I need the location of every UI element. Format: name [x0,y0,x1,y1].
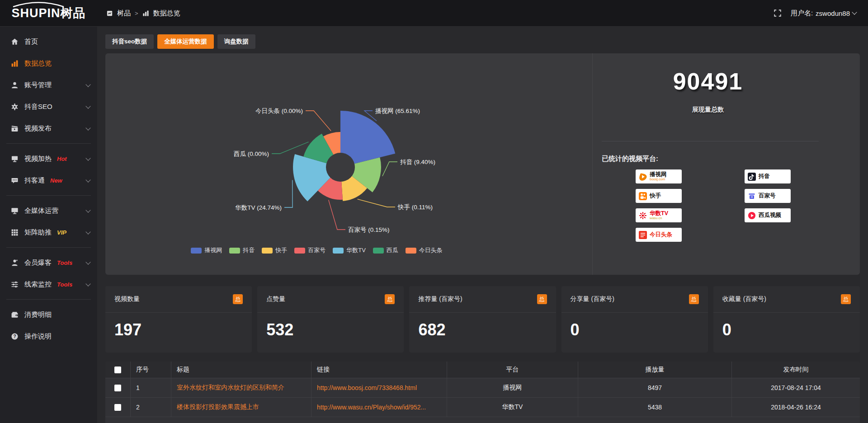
sidebar-item-label: 抖客通 [24,176,45,185]
platform-badge-播视网: 播视网boosj.com [636,169,682,183]
sidebar-item-视频发布[interactable]: 视频发布 [0,118,97,139]
cell-link: http://www.wasu.cn/Play/show/id/952... [311,398,447,417]
sidebar-item-label: 操作说明 [24,332,52,341]
legend-item-播视网[interactable]: 播视网 [191,246,222,254]
sidebar-item-会员爆客[interactable]: 会员爆客Tools [0,252,97,273]
cell-link: http://www.boosj.com/7338468.html [311,378,447,397]
pie-label-西瓜: 西瓜 (0.00%) [234,150,269,157]
legend-swatch [406,248,416,254]
legend-label: 西瓜 [387,246,398,254]
cell-plays: 5438 [578,398,732,417]
platform-name: 今日头条 [650,232,672,238]
breadcrumb-root-icon [106,10,113,17]
legend-item-百家号[interactable]: 百家号 [294,246,326,254]
overview-panel: 播视网 (65.61%)抖音 (9.40%)快手 (0.11%)百家号 (0.1… [105,53,860,275]
legend-swatch [294,248,305,254]
total-badge: 总 [689,294,699,304]
stat-card-label: 分享量 (百家号) [571,295,614,303]
legend-item-华数TV[interactable]: 华数TV [333,246,366,254]
sidebar-item-badge: Tools [57,259,72,266]
grid-icon [11,229,19,236]
cell-title: 楼体投影灯投影效果震撼上市 [171,398,311,417]
sidebar-item-抖音SEO[interactable]: 抖音SEO [0,96,97,118]
legend-swatch [191,248,202,254]
sidebar-item-数据总览[interactable]: 数据总览 [0,52,97,74]
pie-label-抖音: 抖音 (9.40%) [400,159,435,165]
platform-column-left: 播视网boosj.com快手华数TVwasu.cn今日头条 [636,169,682,242]
stat-card-header: 分享量 (百家号)总 [561,286,708,313]
total-impressions-label: 展现量总数 [593,106,823,114]
table-header-平台: 平台 [447,362,578,378]
stat-card-value: 532 [257,313,404,339]
sidebar-item-label: 视频加热 [24,155,52,163]
platform-name: 华数TV [650,211,668,216]
chevron-down-icon [85,177,90,182]
sidebar-item-badge: Tools [57,281,72,288]
wallet-icon [11,311,19,319]
legend-item-西瓜[interactable]: 西瓜 [373,246,398,254]
fullscreen-icon[interactable] [774,9,782,17]
sidebar-item-全媒体运营[interactable]: 全媒体运营 [0,200,97,221]
sidebar-item-消费明细[interactable]: 消费明细 [0,304,97,325]
tab-抖音seo数据[interactable]: 抖音seo数据 [105,34,154,49]
sidebar-item-label: 视频发布 [24,124,52,133]
row-checkbox[interactable] [114,404,121,411]
stat-card-视频数量: 视频数量总197 [105,286,252,352]
stat-card-header: 视频数量总 [105,286,252,313]
video-title-link[interactable]: 室外水纹灯和室内水纹灯的区别和简介 [177,384,284,392]
sidebar-item-视频加热[interactable]: 视频加热Hot [0,148,97,169]
breadcrumb-root[interactable]: 树品 [117,9,131,18]
cell-time: 2017-08-24 17:04 [732,378,860,397]
legend-label: 百家号 [308,246,326,254]
kuaishou-icon [639,192,647,200]
platform-badge-西瓜视频: 西瓜视频 [745,208,791,222]
sidebar-item-label: 数据总览 [24,59,52,68]
video-title-link[interactable]: 楼体投影灯投影效果震撼上市 [177,403,259,411]
row-checkbox-cell [105,398,131,417]
svg-text:?: ? [13,334,16,338]
sidebar-item-badge: New [50,177,62,184]
app-logo[interactable]: SHUPIN 树品 [0,0,97,26]
sliders-icon [11,281,19,288]
platform-name: 西瓜视频 [759,212,781,218]
home-icon [11,38,19,46]
sidebar-item-账号管理[interactable]: 账号管理 [0,74,97,96]
legend-label: 华数TV [346,246,366,254]
sidebar-item-操作说明[interactable]: ?操作说明 [0,325,97,347]
sidebar-item-label: 首页 [24,38,38,46]
username-label: 用户名: [791,9,813,18]
sidebar-item-badge: Hot [57,155,67,162]
sidebar-item-首页[interactable]: 首页 [0,31,97,52]
chevron-down-icon [85,82,90,87]
tab-全媒体运营数据[interactable]: 全媒体运营数据 [157,34,214,49]
sidebar-menu: 首页数据总览账号管理抖音SEO视频发布视频加热Hot抖客通New全媒体运营矩阵助… [0,31,97,347]
row-checkbox[interactable] [114,385,121,391]
sidebar-item-label: 线索监控 [24,280,52,289]
total-badge: 总 [233,294,243,304]
sidebar-item-矩阵助推[interactable]: 矩阵助推VIP [0,221,97,243]
video-url-link[interactable]: http://www.wasu.cn/Play/show/id/952... [317,404,426,411]
sidebar-item-抖客通[interactable]: 抖客通New [0,169,97,191]
chart-bar-icon [11,60,19,67]
legend-swatch [373,248,384,254]
legend-item-快手[interactable]: 快手 [262,246,287,254]
breadcrumb-current: 数据总览 [153,9,180,18]
select-all-checkbox[interactable] [114,367,121,373]
summary-panel: 90491 展现量总数 已统计的视频平台: 播视网boosj.com快手华数TV… [592,53,860,275]
table-header-checkbox [105,362,131,378]
platform-badge-今日头条: 今日头条 [636,228,682,242]
sidebar-item-label: 全媒体运营 [24,207,58,215]
pie-label-今日头条: 今日头条 (0.00%) [255,108,303,114]
tab-询盘数据[interactable]: 询盘数据 [217,34,255,49]
legend-item-今日头条[interactable]: 今日头条 [406,246,443,254]
stat-card-header: 推荐量 (百家号)总 [409,286,556,313]
sidebar-item-线索监控[interactable]: 线索监控Tools [0,273,97,295]
video-publish-icon [11,125,19,132]
platform-name: 抖音 [759,174,770,179]
video-url-link[interactable]: http://www.boosj.com/7338468.html [317,384,417,391]
pie-label-播视网: 播视网 (65.61%) [375,108,420,114]
legend-swatch [333,248,344,254]
legend-item-抖音[interactable]: 抖音 [229,246,255,254]
user-menu[interactable]: 用户名: zswodun88 [791,9,856,18]
chevron-down-icon [85,155,90,160]
